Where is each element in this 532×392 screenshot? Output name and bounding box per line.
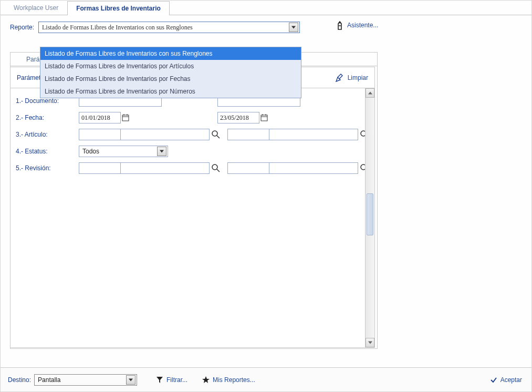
app-window: Workplace User Formas Libres de Inventar… — [0, 0, 532, 392]
wizard-icon — [336, 20, 344, 30]
label-articulo: 3.- Artículo: — [16, 131, 79, 138]
svg-line-9 — [217, 136, 220, 138]
row-estatus: 4.- Estatus: Todos — [16, 143, 369, 160]
report-dropdown-list[interactable]: Listado de Formas Libres de Inventarios … — [40, 47, 301, 98]
input-revision-from-desc[interactable] — [120, 162, 210, 174]
destino-label: Destino: — [8, 376, 31, 384]
input-revision-to-code[interactable] — [227, 162, 269, 174]
funnel-icon — [156, 376, 163, 384]
dropdown-button[interactable] — [289, 23, 298, 32]
chevron-down-icon — [129, 378, 133, 381]
svg-rect-0 — [122, 115, 129, 121]
row-fecha: 2.- Fecha: — [16, 109, 369, 126]
label-estatus: 4.- Estatus: — [16, 148, 79, 155]
input-revision-to-desc[interactable] — [269, 162, 358, 174]
svg-point-8 — [212, 131, 217, 136]
label-fecha: 2.- Fecha: — [16, 114, 79, 121]
destino-value: Pantalla — [38, 376, 60, 384]
body-area: Reporte: Listado de Formas Libres de Inv… — [1, 15, 531, 352]
svg-line-13 — [217, 169, 220, 172]
svg-point-12 — [212, 164, 217, 170]
dropdown-option-1[interactable]: Listado de Formas Libres de Inventarios … — [40, 60, 301, 73]
search-icon[interactable] — [212, 130, 220, 139]
input-articulo-to-code[interactable] — [227, 129, 269, 140]
input-articulo-to-desc[interactable] — [269, 129, 358, 140]
label-documento: 1.- Documento: — [16, 97, 79, 105]
my-reports-button[interactable]: Mis Reportes... — [202, 376, 255, 384]
scroll-thumb[interactable] — [367, 193, 373, 235]
chevron-down-icon — [291, 26, 296, 29]
accept-label: Aceptar — [500, 376, 522, 384]
dropdown-button[interactable] — [157, 147, 166, 156]
assistant-label: Asistente... — [347, 22, 378, 29]
select-estatus-value: Todos — [82, 148, 99, 155]
svg-rect-4 — [261, 115, 267, 121]
scroll-up-button[interactable] — [366, 88, 374, 98]
input-fecha-to[interactable] — [217, 112, 259, 123]
footer-bar: Destino: Pantalla Filtrar... Mis Reporte… — [1, 367, 531, 391]
panel-title-truncated: Parámet — [17, 74, 40, 81]
dropdown-button[interactable] — [126, 375, 135, 385]
dropdown-option-2[interactable]: Listado de Formas Libres de Inventarios … — [40, 73, 301, 85]
dropdown-option-0[interactable]: Listado de Formas Libres de Inventarios … — [40, 47, 301, 60]
row-articulo: 3.- Artículo: — [16, 126, 369, 143]
vertical-scrollbar[interactable] — [365, 88, 374, 347]
chevron-down-icon — [160, 150, 164, 153]
accept-button[interactable]: Aceptar — [490, 376, 522, 384]
tab-workplace-user[interactable]: Workplace User — [5, 1, 67, 15]
select-estatus[interactable]: Todos — [79, 146, 168, 157]
report-combo-value: Listado de Formas Libres de Inventarios … — [42, 24, 193, 32]
dropdown-option-3[interactable]: Listado de Formas Libres de Inventarios … — [40, 85, 301, 98]
check-icon — [490, 376, 497, 384]
form-area: 1.- Documento: 2.- Fecha: — [11, 88, 374, 181]
label-revision: 5.- Revisión: — [16, 164, 79, 172]
clear-label: Limpiar — [348, 74, 368, 81]
input-articulo-from-code[interactable] — [79, 129, 121, 140]
broom-icon — [335, 73, 345, 82]
input-articulo-from-desc[interactable] — [120, 129, 210, 140]
search-icon[interactable] — [212, 164, 220, 172]
tab-formas-libres[interactable]: Formas Libres de Inventario — [67, 1, 170, 15]
top-tabs: Workplace User Formas Libres de Inventar… — [1, 1, 531, 15]
input-fecha-from[interactable] — [79, 112, 121, 123]
chevron-down-icon — [368, 341, 372, 344]
calendar-icon[interactable] — [122, 114, 129, 121]
my-reports-label: Mis Reportes... — [213, 376, 255, 384]
parameters-panel: Parámet Limpiar 1.- Documento: 2. — [10, 67, 375, 348]
filter-label: Filtrar... — [166, 376, 187, 384]
clear-button[interactable]: Limpiar — [335, 73, 368, 82]
report-combo[interactable]: Listado de Formas Libres de Inventarios … — [38, 22, 300, 33]
input-revision-from-code[interactable] — [79, 162, 121, 174]
chevron-up-icon — [368, 91, 372, 95]
report-row: Reporte: Listado de Formas Libres de Inv… — [10, 22, 522, 33]
destino-combo[interactable]: Pantalla — [34, 374, 137, 386]
report-label: Reporte: — [10, 24, 34, 31]
star-icon — [202, 376, 210, 384]
scroll-down-button[interactable] — [366, 338, 374, 347]
filter-button[interactable]: Filtrar... — [156, 376, 187, 384]
date-from-wrap — [79, 112, 129, 123]
row-revision: 5.- Revisión: — [16, 160, 369, 177]
calendar-icon[interactable] — [260, 114, 268, 121]
assistant-link[interactable]: Asistente... — [336, 20, 378, 30]
